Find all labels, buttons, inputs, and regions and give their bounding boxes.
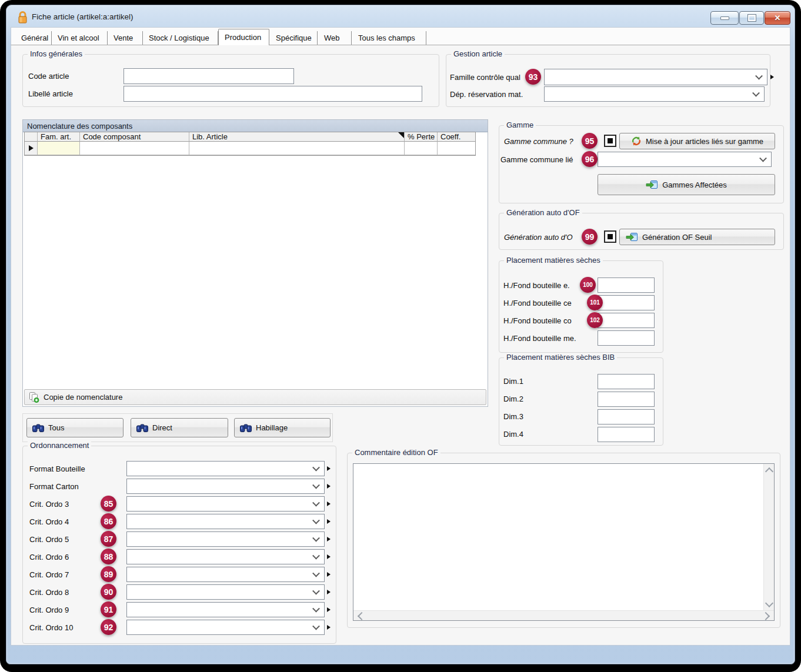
- tous-button[interactable]: Tous: [26, 418, 124, 437]
- cell-perte[interactable]: [405, 142, 438, 155]
- callout-badge-95: 95: [582, 133, 598, 149]
- tab-specifique[interactable]: Spécifique: [270, 31, 318, 45]
- format-bouteille-popup-arrow[interactable]: [327, 466, 331, 471]
- tab-web[interactable]: Web: [318, 31, 352, 45]
- dep-reservation-combo[interactable]: [544, 86, 765, 102]
- crit-ordo-10-popup-arrow[interactable]: [327, 625, 331, 630]
- crit-ordo-7-combo[interactable]: [126, 567, 325, 582]
- col-coeff[interactable]: Coeff.: [438, 132, 475, 142]
- groupbox-placement-title: Placement matières sèches: [504, 256, 603, 265]
- nomenclature-empty-row[interactable]: [25, 142, 475, 155]
- crit-ordo-3-combo[interactable]: [126, 496, 325, 511]
- chevron-down-icon: [312, 605, 320, 613]
- crit-ordo-4-combo[interactable]: [126, 514, 325, 529]
- cell-coeff[interactable]: [438, 142, 475, 155]
- crit-ordo-8-label: Crit. Ordo 8: [29, 588, 69, 597]
- code-article-label: Code article: [28, 72, 69, 81]
- dim2-input[interactable]: [598, 392, 655, 407]
- libelle-article-label: Libellé article: [28, 89, 73, 98]
- libelle-article-input[interactable]: [124, 86, 422, 102]
- crit-ordo-3-label: Crit. Ordo 3: [29, 500, 69, 509]
- gamme-commune-label: Gamme commune ?: [504, 137, 573, 146]
- crit-ordo-10-combo[interactable]: [126, 620, 325, 635]
- commentaire-of-text: [356, 466, 761, 607]
- dim1-input[interactable]: [598, 374, 655, 389]
- generation-of-seuil-button[interactable]: Génération OF Seuil: [619, 229, 775, 245]
- tab-vente[interactable]: Vente: [108, 31, 143, 45]
- hfond-co-input[interactable]: [598, 313, 655, 328]
- copie-nomenclature-button[interactable]: Copie de nomenclature: [24, 389, 486, 405]
- chevron-down-icon: [312, 534, 320, 542]
- groupbox-infos-generales-title: Infos générales: [28, 49, 85, 58]
- crit-ordo-8-combo[interactable]: [126, 584, 325, 600]
- habillage-button[interactable]: Habillage: [234, 418, 331, 437]
- callout-badge-96: 96: [582, 151, 598, 167]
- dim2-label: Dim.2: [503, 394, 523, 403]
- groupbox-gamme-title: Gamme: [504, 121, 536, 129]
- col-perte[interactable]: % Perte: [405, 132, 438, 142]
- scroll-right-icon[interactable]: [762, 612, 770, 620]
- format-carton-popup-arrow[interactable]: [327, 484, 331, 489]
- hfond-ce-input[interactable]: [598, 295, 655, 310]
- scroll-up-icon[interactable]: [765, 467, 773, 476]
- crit-ordo-7-popup-arrow[interactable]: [327, 572, 331, 577]
- gammes-affectees-button[interactable]: Gammes Affectées: [598, 174, 775, 195]
- famille-controle-combo[interactable]: [544, 69, 767, 85]
- gamme-commune-liee-combo[interactable]: [598, 152, 772, 167]
- chevron-down-icon: [312, 552, 320, 560]
- cell-lib-article[interactable]: [189, 142, 405, 155]
- copy-plus-icon: [28, 392, 39, 403]
- hfond-me-label: H./Fond bouteille me.: [503, 334, 576, 343]
- generation-auto-checkbox[interactable]: [604, 230, 616, 243]
- chevron-down-icon: [312, 587, 320, 595]
- crit-ordo-3-popup-arrow[interactable]: [327, 502, 331, 506]
- famille-controle-label: Famille contrôle qual: [450, 73, 520, 82]
- tab-stock-logistique[interactable]: Stock / Logistique: [143, 31, 218, 45]
- tab-general[interactable]: Général: [15, 31, 52, 45]
- hfond-e-input[interactable]: [598, 278, 655, 293]
- crit-ordo-7-label: Crit. Ordo 7: [29, 570, 69, 579]
- scroll-left-icon[interactable]: [358, 612, 366, 620]
- cell-fam-art[interactable]: [38, 142, 80, 155]
- tab-production[interactable]: Production: [218, 29, 269, 45]
- format-bouteille-label: Format Bouteille: [29, 464, 85, 473]
- hfond-me-input[interactable]: [598, 330, 655, 346]
- cell-code-composant[interactable]: [80, 142, 189, 155]
- horizontal-scrollbar[interactable]: [353, 610, 774, 620]
- dim4-input[interactable]: [598, 427, 655, 442]
- maj-articles-lies-button[interactable]: Mise à jour articles liés sur gamme: [619, 133, 775, 149]
- famille-controle-popup-arrow[interactable]: [770, 75, 774, 79]
- crit-ordo-6-popup-arrow[interactable]: [327, 554, 331, 559]
- format-carton-combo[interactable]: [126, 479, 325, 494]
- col-fam-art[interactable]: Fam. art.: [38, 132, 80, 142]
- dim3-input[interactable]: [598, 409, 655, 424]
- crit-ordo-9-label: Crit. Ordo 9: [29, 606, 69, 614]
- groupbox-generation-of-title: Génération auto d'OF: [504, 208, 582, 217]
- nomenclature-panel-title: Nomenclature des composants: [23, 120, 488, 132]
- vertical-scrollbar[interactable]: [763, 464, 774, 611]
- crit-ordo-9-combo[interactable]: [126, 602, 325, 617]
- crit-ordo-5-popup-arrow[interactable]: [327, 537, 331, 541]
- code-article-input[interactable]: [124, 68, 294, 84]
- maximize-button[interactable]: [739, 11, 764, 25]
- gamme-commune-checkbox[interactable]: [604, 135, 616, 147]
- crit-ordo-5-combo[interactable]: [126, 531, 325, 547]
- tab-tous-les-champs[interactable]: Tous les champs: [352, 31, 426, 45]
- crit-ordo-9-popup-arrow[interactable]: [327, 607, 331, 612]
- minimize-icon: [720, 16, 729, 20]
- tab-vin-et-alcool[interactable]: Vin et alcool: [52, 31, 108, 45]
- format-carton-label: Format Carton: [29, 482, 79, 491]
- crit-ordo-4-popup-arrow[interactable]: [327, 519, 331, 524]
- callout-badge-89: 89: [101, 566, 116, 582]
- crit-ordo-6-combo[interactable]: [126, 549, 325, 564]
- minimize-button[interactable]: [710, 11, 739, 25]
- commentaire-of-textarea[interactable]: [353, 463, 775, 621]
- format-bouteille-combo[interactable]: [126, 461, 325, 476]
- crit-ordo-10-label: Crit. Ordo 10: [29, 623, 73, 632]
- close-button[interactable]: ✕: [765, 11, 790, 25]
- crit-ordo-8-popup-arrow[interactable]: [327, 590, 331, 594]
- col-lib-article[interactable]: Lib. Article: [189, 132, 405, 142]
- scroll-down-icon[interactable]: [765, 599, 773, 607]
- direct-button[interactable]: Direct: [131, 418, 228, 437]
- col-code-composant[interactable]: Code composant: [80, 132, 189, 142]
